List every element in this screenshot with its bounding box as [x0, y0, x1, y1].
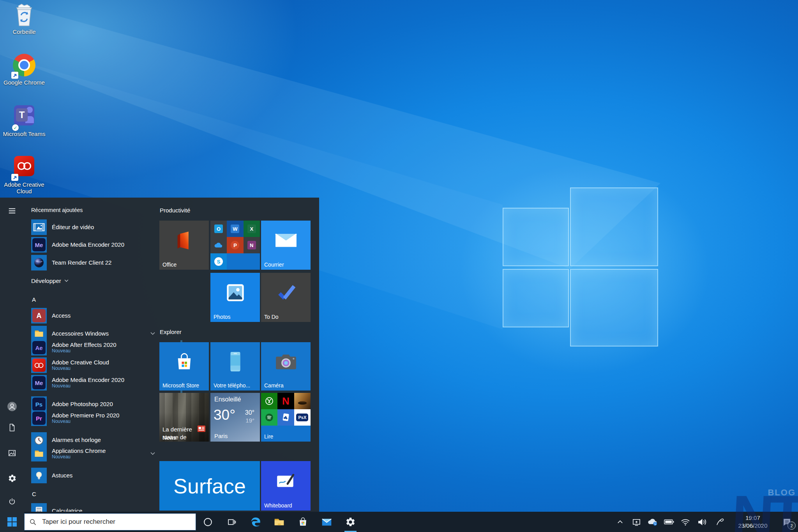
media-encoder-icon: Me	[31, 237, 47, 253]
tile-weather[interactable]: Ensoleillé 30° 30° 19° Paris	[210, 393, 260, 442]
spotify-mini-icon	[261, 409, 277, 426]
battery-tray-button[interactable]	[661, 512, 677, 532]
tile-play[interactable]: N PsX Lire	[261, 393, 311, 442]
desktop-icon-adobe-cc[interactable]: Adobe Creative Cloud	[0, 154, 48, 195]
store-bag-icon	[159, 342, 209, 381]
new-badge: Nouveau	[52, 419, 119, 424]
hamburger-menu-button[interactable]	[4, 202, 21, 219]
app-list-item[interactable]: A Access	[31, 308, 155, 323]
group-header-explore[interactable]: Explorer	[160, 329, 182, 336]
tile-photos[interactable]: Photos	[210, 273, 260, 322]
app-list-item[interactable]: Me Adobe Media Encoder 2020	[31, 237, 155, 253]
mail-button[interactable]	[315, 512, 339, 532]
teams-icon: T ✓	[12, 105, 36, 129]
app-list-item[interactable]: Pr Adobe Premiere Pro 2020Nouveau	[31, 410, 155, 426]
tile-whiteboard[interactable]: Whiteboard	[261, 461, 311, 511]
section-letter-a[interactable]: A	[32, 292, 48, 307]
tile-news[interactable]: La dernière statue de Pétain a-t-elle Ne…	[159, 393, 209, 442]
show-hidden-icons-button[interactable]	[612, 512, 628, 532]
app-list-item[interactable]: Calculatrice	[31, 503, 155, 512]
section-letter-c[interactable]: C	[32, 486, 48, 502]
group-header-productivity[interactable]: Productivité	[160, 207, 190, 215]
app-list-item[interactable]: Me Adobe Media Encoder 2020Nouveau	[31, 375, 155, 391]
tile-todo[interactable]: To Do	[261, 273, 311, 322]
skype-mini-icon: S	[210, 253, 227, 270]
action-center-button[interactable]: 2	[775, 512, 798, 532]
taskbar-search[interactable]	[24, 513, 196, 530]
edge-button[interactable]	[244, 512, 267, 532]
news-icon	[197, 424, 206, 433]
settings-taskbar-button[interactable]	[339, 512, 362, 532]
search-input[interactable]	[41, 518, 191, 526]
premiere-pro-icon: Pr	[31, 410, 47, 426]
app-list-item[interactable]: Éditeur de vidéo	[31, 219, 155, 235]
weather-temperature: 30°	[214, 407, 235, 423]
cortana-icon	[203, 517, 213, 527]
tile-mail[interactable]: Courrier	[261, 221, 311, 270]
windows-ink-button[interactable]	[710, 512, 730, 532]
recycle-bin-icon	[12, 3, 36, 27]
app-list-item[interactable]: Astuces	[31, 468, 155, 483]
windows-logo-pane	[570, 269, 658, 346]
wifi-tray-button[interactable]	[677, 512, 694, 532]
app-list-item[interactable]: Ps Adobe Photoshop 2020	[31, 396, 155, 412]
volume-tray-button[interactable]	[694, 512, 710, 532]
clock-date: 23/06/2020	[730, 522, 775, 530]
project-display-button[interactable]	[628, 512, 644, 532]
tile-office-suite-folder[interactable]: O W X P N S	[210, 221, 260, 270]
task-view-button[interactable]	[220, 512, 244, 532]
desktop-icon-recycle-bin[interactable]: Corbeille	[0, 3, 48, 35]
windows-logo-pane	[503, 208, 569, 266]
desktop-icon-label: Google Chrome	[0, 79, 48, 86]
edge-icon	[250, 516, 261, 528]
cortana-button[interactable]	[196, 512, 220, 532]
start-app-list: Récemment ajoutées Éditeur de vidéo Me A…	[25, 198, 159, 512]
pictures-button[interactable]	[4, 444, 21, 461]
new-badge: Nouveau	[52, 348, 117, 354]
chevron-down-icon	[150, 332, 155, 335]
chrome-icon	[12, 54, 36, 78]
app-list-item[interactable]: Alarmes et horloge	[31, 432, 155, 448]
desktop-icon-label: Corbeille	[0, 28, 48, 35]
tile-camera[interactable]: Caméra	[261, 342, 311, 391]
tile-surface[interactable]: Surface	[159, 461, 260, 511]
expand-develop-link[interactable]: Développer	[31, 275, 69, 286]
photos-icon	[210, 273, 260, 313]
tile-microsoft-store[interactable]: Microsoft Store	[159, 342, 209, 391]
cinema4d-icon	[31, 255, 47, 270]
desktop-icon-teams[interactable]: T ✓ Microsoft Teams	[0, 104, 48, 137]
file-explorer-button[interactable]	[267, 512, 291, 532]
forza-mini-icon	[294, 393, 311, 409]
todo-check-icon	[261, 273, 311, 313]
desktop-icon-chrome[interactable]: Google Chrome	[0, 53, 48, 86]
pen-icon	[715, 517, 725, 527]
start-button[interactable]	[0, 512, 24, 532]
app-list-item[interactable]: Team Render Client 22	[31, 255, 155, 270]
chevron-up-icon	[617, 520, 623, 524]
alarm-clock-icon	[31, 432, 47, 448]
app-list-item[interactable]: Applications ChromeNouveau	[31, 446, 155, 461]
app-list-item[interactable]: Adobe Creative CloudNouveau	[31, 357, 155, 373]
app-list-item[interactable]: Accessoires Windows	[31, 326, 155, 341]
store-button[interactable]	[291, 512, 315, 532]
settings-button[interactable]	[4, 470, 21, 487]
app-list-item[interactable]: Ae Adobe After Effects 2020Nouveau	[31, 340, 155, 355]
user-account-button[interactable]	[4, 398, 21, 415]
phone-icon	[210, 342, 260, 381]
search-icon	[29, 518, 37, 526]
power-button[interactable]	[4, 493, 21, 510]
desktop-icon-label: Microsoft Teams	[0, 131, 48, 137]
after-effects-icon: Ae	[31, 340, 47, 355]
onedrive-tray-button[interactable]	[644, 512, 661, 532]
gear-icon	[345, 517, 356, 527]
office-icon	[159, 221, 209, 260]
tile-your-phone[interactable]: Votre télépho...	[210, 342, 260, 391]
documents-button[interactable]	[4, 419, 21, 436]
tile-office[interactable]: Office	[159, 221, 209, 270]
creative-cloud-icon	[31, 357, 47, 373]
new-badge: Nouveau	[52, 384, 124, 389]
calculator-icon	[31, 503, 47, 512]
whiteboard-icon	[261, 461, 311, 501]
sync-check-icon: ✓	[12, 124, 19, 131]
taskbar-clock[interactable]: 19:07 23/06/2020	[730, 514, 775, 530]
